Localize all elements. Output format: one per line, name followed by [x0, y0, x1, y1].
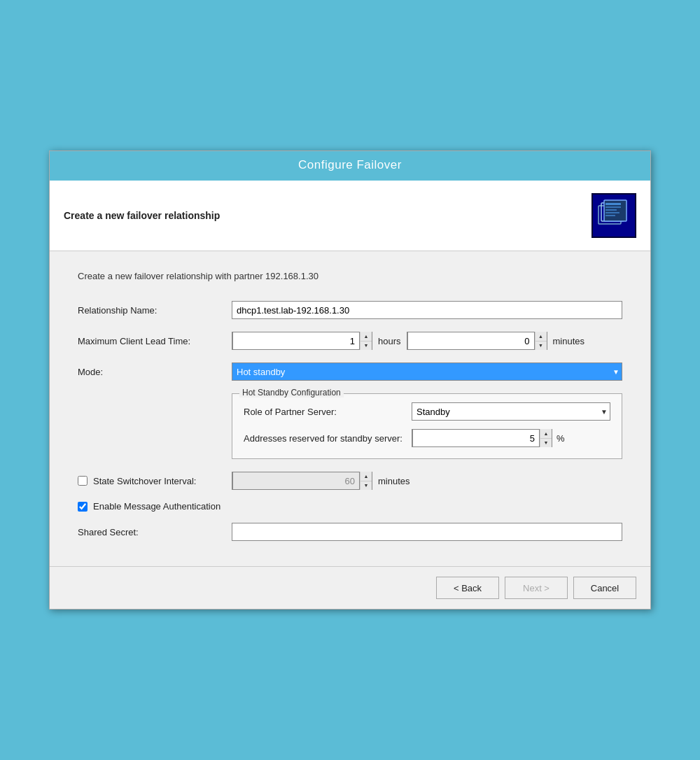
role-row: Role of Partner Server: Standby Active ▼	[244, 402, 610, 421]
svg-rect-6	[606, 212, 620, 213]
footer: < Back Next > Cancel	[50, 566, 650, 609]
state-switchover-row: State Switchover Interval: ▲ ▼ minutes	[78, 472, 622, 490]
addresses-input[interactable]	[412, 429, 540, 447]
dialog-title: Configure Failover	[298, 158, 402, 171]
hours-spinbox: ▲ ▼	[232, 332, 372, 350]
back-button[interactable]: < Back	[436, 577, 499, 599]
header-title: Create a new failover relationship	[64, 210, 220, 221]
minutes-unit: minutes	[553, 336, 585, 346]
state-switchover-input	[232, 472, 360, 490]
mode-control: Hot standby Load balance ▼	[232, 363, 622, 381]
relationship-name-control	[232, 301, 622, 319]
enable-auth-label[interactable]: Enable Message Authentication	[93, 501, 220, 512]
description-text: Create a new failover relationship with …	[78, 271, 622, 281]
state-switchover-down-btn[interactable]: ▼	[360, 481, 372, 491]
hot-standby-group: Hot Standby Configuration Role of Partne…	[232, 393, 622, 459]
title-bar: Configure Failover	[50, 151, 650, 181]
state-switchover-value-area: ▲ ▼ minutes	[232, 472, 410, 490]
minutes-down-btn[interactable]: ▼	[536, 341, 547, 351]
addresses-up-btn[interactable]: ▲	[540, 429, 552, 438]
addresses-control: ▲ ▼ %	[412, 429, 610, 447]
addresses-unit: %	[556, 433, 565, 444]
shared-secret-label: Shared Secret:	[78, 527, 232, 537]
mode-row: Mode: Hot standby Load balance ▼	[78, 363, 622, 381]
role-select[interactable]: Standby Active	[412, 402, 610, 421]
mclt-row: Maximum Client Lead Time: ▲ ▼ hours	[78, 332, 622, 350]
mode-label: Mode:	[78, 367, 232, 377]
relationship-name-input[interactable]	[232, 301, 622, 319]
relationship-name-row: Relationship Name:	[78, 301, 622, 319]
state-switchover-label[interactable]: State Switchover Interval:	[93, 476, 196, 486]
hours-up-btn[interactable]: ▲	[360, 332, 372, 341]
svg-rect-4	[606, 206, 621, 208]
configure-failover-dialog: Configure Failover Create a new failover…	[49, 150, 651, 610]
state-switchover-checkbox[interactable]	[78, 476, 88, 486]
role-label: Role of Partner Server:	[244, 407, 412, 417]
state-switchover-unit: minutes	[378, 476, 410, 486]
relationship-name-label: Relationship Name:	[78, 305, 232, 316]
state-switchover-spinbox-buttons: ▲ ▼	[360, 472, 372, 490]
addresses-label: Addresses reserved for standby server:	[244, 433, 412, 444]
shared-secret-control	[232, 523, 622, 541]
svg-rect-5	[606, 209, 617, 211]
mclt-control: ▲ ▼ hours ▲ ▼ minutes	[232, 332, 622, 350]
hours-minutes-group: ▲ ▼ hours ▲ ▼ minutes	[232, 332, 622, 350]
content-area: Create a new failover relationship with …	[50, 251, 650, 566]
mode-select-wrapper: Hot standby Load balance ▼	[232, 363, 622, 381]
enable-auth-row: Enable Message Authentication	[78, 501, 622, 512]
addresses-row: Addresses reserved for standby server: ▲…	[244, 429, 610, 447]
minutes-spinbox-buttons: ▲ ▼	[535, 332, 547, 350]
addresses-spinbox-buttons: ▲ ▼	[540, 429, 552, 447]
percent-row: ▲ ▼ %	[412, 429, 610, 447]
failover-icon-svg	[597, 199, 631, 232]
state-switchover-checkbox-row: State Switchover Interval:	[78, 476, 232, 486]
minutes-input[interactable]	[407, 332, 535, 350]
state-switchover-up-btn[interactable]: ▲	[360, 472, 372, 481]
hours-input[interactable]	[232, 332, 360, 350]
addresses-spinbox: ▲ ▼	[412, 429, 552, 447]
role-control: Standby Active ▼	[412, 402, 610, 421]
shared-secret-input[interactable]	[232, 523, 622, 541]
cancel-button[interactable]: Cancel	[573, 577, 636, 599]
header-section: Create a new failover relationship	[50, 181, 650, 251]
hours-spinbox-buttons: ▲ ▼	[360, 332, 372, 350]
minutes-spinbox: ▲ ▼	[407, 332, 547, 350]
role-select-wrapper: Standby Active ▼	[412, 402, 610, 421]
state-switchover-spinbox: ▲ ▼	[232, 472, 372, 490]
groupbox-title: Hot Standby Configuration	[239, 388, 344, 397]
svg-rect-7	[606, 215, 615, 216]
next-button[interactable]: Next >	[505, 577, 568, 599]
hours-unit: hours	[378, 336, 401, 346]
header-icon	[592, 193, 636, 238]
enable-auth-checkbox[interactable]	[78, 502, 88, 512]
svg-rect-3	[606, 203, 621, 205]
shared-secret-row: Shared Secret:	[78, 523, 622, 541]
mclt-label: Maximum Client Lead Time:	[78, 336, 232, 346]
hours-down-btn[interactable]: ▼	[360, 341, 372, 351]
mode-select[interactable]: Hot standby Load balance	[232, 363, 622, 381]
addresses-down-btn[interactable]: ▼	[540, 438, 552, 448]
minutes-up-btn[interactable]: ▲	[536, 332, 547, 341]
